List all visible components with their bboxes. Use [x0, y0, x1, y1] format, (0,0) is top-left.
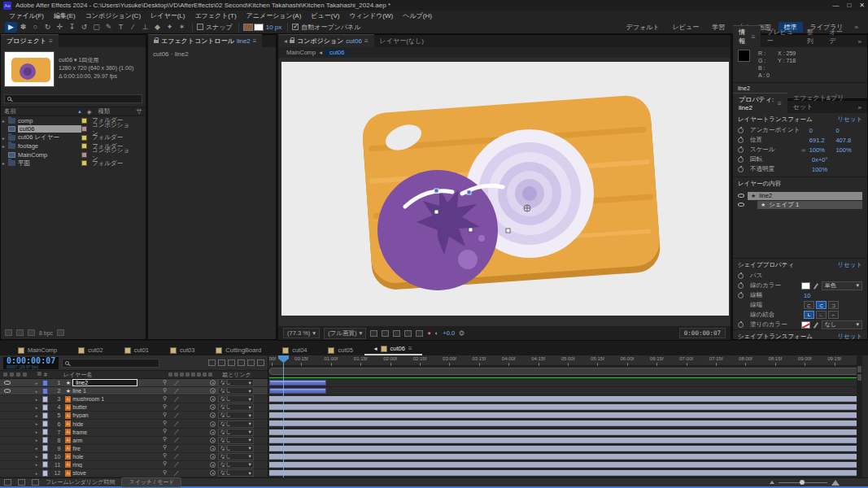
- comp-tab-MainComp[interactable]: MainComp: [8, 345, 67, 355]
- viewer-timecode[interactable]: 0:00:00:07: [679, 328, 726, 338]
- shy-switch-icon[interactable]: [168, 373, 172, 377]
- trash-icon[interactable]: [57, 329, 64, 336]
- layer-switches[interactable]: ⚲／: [158, 460, 209, 468]
- quality-switch-icon[interactable]: ⚲: [163, 452, 167, 460]
- timeline-zoom-slider[interactable]: [770, 480, 840, 486]
- layer-name[interactable]: frame: [72, 429, 158, 435]
- parent-link-column-label[interactable]: 親とリンク: [222, 371, 268, 379]
- label-chip[interactable]: [42, 420, 49, 427]
- mask-shape-tool-icon[interactable]: ▢: [90, 22, 103, 33]
- comp-tab-cut04[interactable]: cut04: [273, 345, 316, 355]
- layer-row-stove[interactable]: ▸12Aistove⚲／なし▾: [0, 469, 268, 477]
- layer-duration-bar[interactable]: [269, 429, 862, 435]
- comp-tab-CuttingBoard[interactable]: CuttingBoard: [206, 345, 271, 355]
- track-row-line2[interactable]: [269, 379, 862, 387]
- layer-switches[interactable]: ⚲／: [158, 452, 209, 460]
- shape-reset-link[interactable]: リセット: [837, 261, 862, 269]
- property-value[interactable]: 691.2: [809, 137, 836, 144]
- scrollbar-icon[interactable]: [857, 366, 861, 373]
- parent-dropdown[interactable]: なし▾: [218, 412, 254, 419]
- panel-menu-icon[interactable]: ≡: [408, 345, 412, 352]
- property-value[interactable]: 407.8: [835, 137, 862, 144]
- tab-情報[interactable]: 情報≡: [733, 25, 761, 47]
- panel-menu-icon[interactable]: ≡: [49, 37, 53, 45]
- track-row-arm[interactable]: [269, 437, 862, 445]
- tab-オーデ[interactable]: オーデ: [823, 26, 852, 47]
- layer-name[interactable]: hole: [72, 454, 158, 460]
- expander-icon[interactable]: ▸: [36, 381, 42, 386]
- layer-duration-bar[interactable]: [269, 462, 862, 468]
- stroke-type-dropdown[interactable]: 単色▾: [822, 281, 862, 290]
- layer-switches[interactable]: ⚲／: [158, 395, 209, 403]
- channel-icon[interactable]: ●: [427, 329, 431, 337]
- snapshot-camera-icon[interactable]: ⏣: [459, 329, 465, 337]
- frame-blend-switch-icon[interactable]: [191, 373, 195, 377]
- property-value[interactable]: 100%: [809, 146, 836, 154]
- lock-column-icon[interactable]: [23, 373, 27, 377]
- maximize-button[interactable]: □: [847, 2, 851, 9]
- label-chip[interactable]: [42, 380, 49, 386]
- label-chip[interactable]: [81, 160, 87, 166]
- interpret-footage-icon[interactable]: [5, 329, 12, 336]
- parent-dropdown[interactable]: なし▾: [218, 387, 254, 394]
- layer-duration-bar[interactable]: [269, 446, 862, 451]
- layer-name[interactable]: ring: [72, 462, 158, 468]
- panel-menu-icon[interactable]: ≡: [364, 37, 369, 45]
- eye-icon[interactable]: [4, 381, 11, 385]
- breadcrumb-maincomp[interactable]: MainComp: [286, 49, 316, 56]
- menu-ヘルプ(H)[interactable]: ヘルプ(H): [399, 11, 436, 20]
- contents-bar[interactable]: ★line2: [748, 192, 862, 200]
- label-chip[interactable]: [42, 412, 49, 419]
- stroke-color-swatch[interactable]: [254, 24, 264, 31]
- cap-butt-button[interactable]: ⊏: [804, 301, 814, 309]
- workspace-デフォルト[interactable]: デフォルト: [621, 22, 665, 33]
- menu-ウィンドウ(W)[interactable]: ウィンドウ(W): [345, 11, 397, 20]
- pickwhip-icon[interactable]: [210, 446, 216, 451]
- property-value[interactable]: 0x+0°: [812, 156, 840, 163]
- track-row-line 1[interactable]: [269, 387, 862, 395]
- roto-brush-tool-icon[interactable]: ✦: [164, 22, 176, 33]
- rotate-tool-icon[interactable]: ↺: [78, 22, 90, 33]
- track-row-frame[interactable]: [269, 429, 862, 437]
- guides-icon[interactable]: [404, 330, 412, 337]
- time-navigator-handle[interactable]: [269, 368, 859, 375]
- layer-name[interactable]: arm: [72, 438, 158, 443]
- parent-dropdown[interactable]: なし▾: [218, 453, 254, 460]
- quality-switch-icon[interactable]: ⚲: [163, 428, 167, 436]
- panel-overflow-icon[interactable]: »: [853, 37, 867, 47]
- exposure-value[interactable]: +0.0: [443, 329, 455, 337]
- layer-duration-bar[interactable]: [269, 454, 862, 460]
- label-chip[interactable]: [81, 152, 87, 158]
- workspace-レビュー[interactable]: レビュー: [667, 22, 705, 33]
- stopwatch-icon[interactable]: [738, 167, 744, 172]
- track-row-mushroom 1[interactable]: [269, 395, 862, 403]
- parent-dropdown[interactable]: なし▾: [218, 445, 254, 452]
- project-column-headers[interactable]: 名前 ▲ ◈ 種類 サ: [1, 107, 146, 116]
- menu-コンポジション(C)[interactable]: コンポジション(C): [81, 11, 145, 20]
- label-column-icon[interactable]: [37, 372, 41, 376]
- layer-name-column-label[interactable]: レイヤー名: [63, 371, 169, 379]
- expander-icon[interactable]: ▸: [36, 429, 42, 434]
- layer-duration-bar[interactable]: [269, 388, 326, 394]
- quality-switch-icon[interactable]: ⚲: [163, 379, 167, 387]
- layer-row-frypan[interactable]: ▸5Aifrypan⚲／なし▾: [0, 412, 268, 420]
- auto-open-panels-checkbox[interactable]: [292, 24, 299, 30]
- pickwhip-icon[interactable]: [210, 404, 216, 410]
- eyedropper-icon[interactable]: [813, 321, 819, 329]
- layer-switches[interactable]: ⚲／: [158, 379, 209, 387]
- quality-best-icon[interactable]: ／: [173, 379, 179, 387]
- frame-blending-icon[interactable]: [238, 359, 245, 366]
- quality-best-icon[interactable]: ／: [173, 469, 179, 477]
- eye-icon[interactable]: [4, 389, 11, 393]
- quality-best-icon[interactable]: ／: [173, 428, 179, 436]
- panel-menu-icon[interactable]: ≡: [778, 100, 782, 107]
- magnification-dropdown[interactable]: (77.3 %)▾: [283, 328, 320, 338]
- contents-row-シェイプ 1[interactable]: ★シェイプ 1: [738, 200, 862, 209]
- layer-row-butter[interactable]: ▸4Aibutter⚲／なし▾: [0, 403, 268, 412]
- layer-name-edit-input[interactable]: line2: [72, 379, 137, 386]
- stopwatch-icon[interactable]: [738, 273, 744, 279]
- fill-color-swatch[interactable]: [243, 24, 253, 31]
- project-item-平面[interactable]: ▸平面フォルダー: [1, 159, 146, 168]
- quality-switch-icon[interactable]: ⚲: [163, 403, 167, 412]
- eye-column-icon[interactable]: [3, 373, 7, 377]
